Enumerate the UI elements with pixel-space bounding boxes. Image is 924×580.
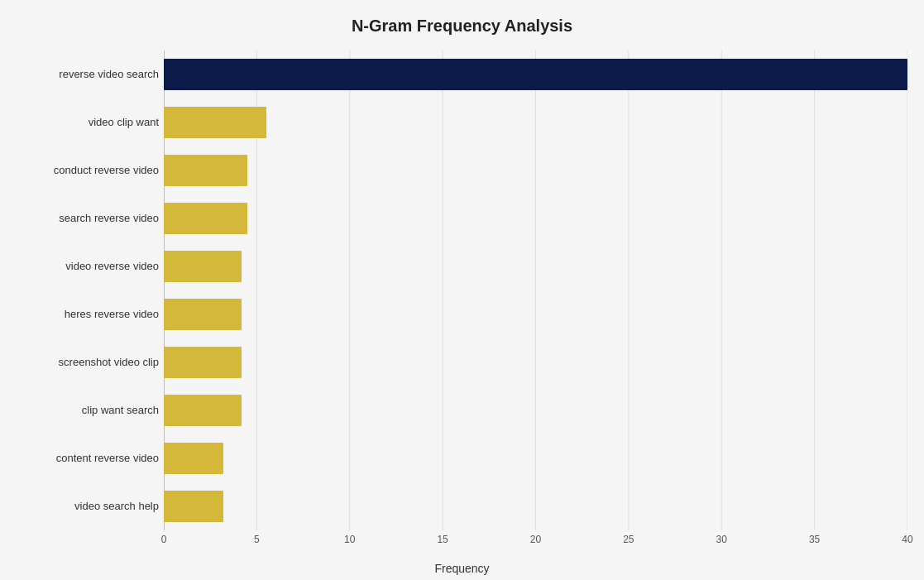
- chart-area: reverse video searchvideo clip wantcondu…: [17, 50, 907, 530]
- x-tick-label: 35: [809, 534, 820, 545]
- bar: [164, 443, 223, 474]
- bar-row: [164, 155, 907, 186]
- bar: [164, 395, 242, 426]
- x-tick-label: 20: [530, 534, 541, 545]
- x-tick-label: 0: [161, 534, 167, 545]
- y-label: video clip want: [17, 101, 159, 144]
- bar-row: [164, 203, 907, 234]
- x-axis-title: Frequency: [17, 562, 907, 575]
- y-label: screenshot video clip: [17, 341, 159, 384]
- bar-row: [164, 107, 907, 138]
- bar: [164, 59, 907, 90]
- bar-row: [164, 395, 907, 426]
- y-label: reverse video search: [17, 53, 159, 96]
- bar: [164, 491, 223, 522]
- bar-row: [164, 59, 907, 90]
- bar-row: [164, 251, 907, 282]
- bar: [164, 155, 247, 186]
- x-tick-label: 10: [344, 534, 355, 545]
- bar: [164, 203, 247, 234]
- y-label: video reverse video: [17, 245, 159, 288]
- x-axis-container: 0510152025303540: [17, 534, 907, 558]
- bar: [164, 251, 242, 282]
- plot-area: [164, 50, 907, 530]
- y-label: search reverse video: [17, 197, 159, 240]
- bar: [164, 107, 266, 138]
- bar: [164, 299, 242, 330]
- bar-row: [164, 299, 907, 330]
- bar-row: [164, 491, 907, 522]
- x-tick-label: 30: [716, 534, 727, 545]
- bar-row: [164, 443, 907, 474]
- y-label: heres reverse video: [17, 293, 159, 336]
- y-label: conduct reverse video: [17, 149, 159, 192]
- y-labels: reverse video searchvideo clip wantcondu…: [17, 50, 164, 530]
- chart-title: N-Gram Frequency Analysis: [17, 17, 907, 36]
- y-label: clip want search: [17, 389, 159, 432]
- x-tick-label: 15: [437, 534, 448, 545]
- y-label: content reverse video: [17, 437, 159, 480]
- bar-row: [164, 347, 907, 378]
- chart-container: N-Gram Frequency Analysis reverse video …: [0, 0, 924, 580]
- x-axis-labels: 0510152025303540: [164, 534, 907, 558]
- x-tick-label: 5: [254, 534, 260, 545]
- x-tick-label: 25: [623, 534, 634, 545]
- bar: [164, 347, 242, 378]
- x-tick-label: 40: [902, 534, 912, 545]
- y-label: video search help: [17, 485, 159, 528]
